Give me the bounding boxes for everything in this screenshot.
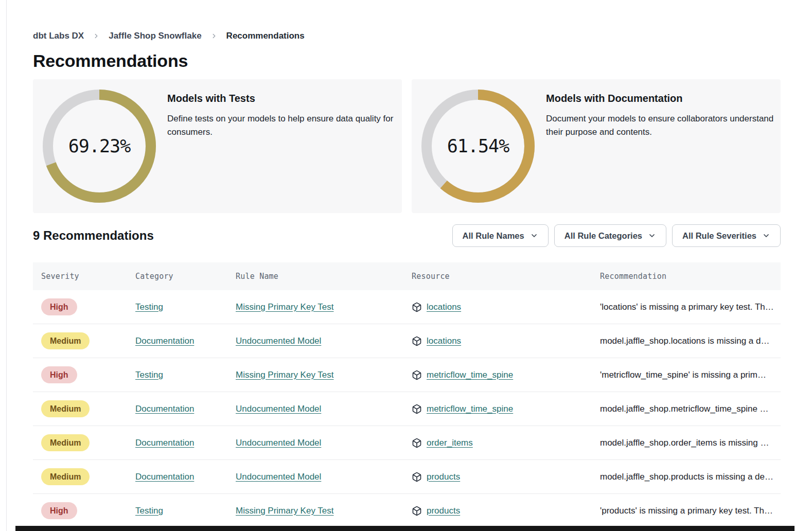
tests-card-title: Models with Tests bbox=[167, 93, 404, 104]
severity-badge: High bbox=[41, 298, 77, 315]
table-row: High Testing Missing Primary Key Test me… bbox=[33, 358, 781, 392]
column-header-rule-name: Rule Name bbox=[236, 272, 412, 281]
column-header-category: Category bbox=[135, 272, 236, 281]
recommendation-text: 'locations' is missing a primary key tes… bbox=[600, 302, 781, 312]
rule-severities-filter-label: All Rule Severities bbox=[682, 231, 756, 241]
rule-name-link[interactable]: Undocumented Model bbox=[236, 438, 321, 448]
category-link[interactable]: Testing bbox=[135, 506, 163, 516]
chevron-down-icon bbox=[530, 232, 538, 240]
horizontal-scrollbar[interactable] bbox=[15, 526, 795, 531]
resource-link[interactable]: metricflow_time_spine bbox=[427, 370, 513, 380]
documentation-percentage-value: 61.54% bbox=[421, 90, 535, 203]
category-link[interactable]: Documentation bbox=[135, 404, 194, 414]
rule-name-link[interactable]: Undocumented Model bbox=[236, 472, 321, 482]
table-row: Medium Documentation Undocumented Model … bbox=[33, 426, 781, 460]
table-row: Medium Documentation Undocumented Model … bbox=[33, 392, 781, 426]
table-row: High Testing Missing Primary Key Test pr… bbox=[33, 494, 781, 528]
resource-link[interactable]: locations bbox=[427, 302, 461, 312]
resource-link[interactable]: products bbox=[427, 472, 460, 482]
resource-link[interactable]: metricflow_time_spine bbox=[427, 404, 513, 414]
recommendations-page: dbt Labs DX Jaffle Shop Snowflake Recomm… bbox=[0, 0, 812, 531]
table-row: Medium Documentation Undocumented Model … bbox=[33, 324, 781, 358]
recommendation-text: 'metricflow_time_spine' is missing a pri… bbox=[600, 370, 781, 380]
page-title: Recommendations bbox=[33, 51, 188, 71]
severity-badge: Medium bbox=[41, 468, 90, 485]
severity-badge: Medium bbox=[41, 434, 90, 451]
column-header-resource: Resource bbox=[412, 272, 600, 281]
recommendation-text: model.jaffle_shop.products is missing a … bbox=[600, 472, 781, 482]
model-cube-icon bbox=[412, 336, 422, 346]
tests-percentage-value: 69.23% bbox=[43, 90, 156, 203]
model-cube-icon bbox=[412, 370, 422, 380]
rule-categories-filter-dropdown[interactable]: All Rule Categories bbox=[554, 224, 666, 247]
category-link[interactable]: Documentation bbox=[135, 438, 194, 448]
documentation-card-description: Document your models to ensure collabora… bbox=[546, 112, 775, 139]
rule-name-link[interactable]: Undocumented Model bbox=[236, 404, 321, 414]
model-cube-icon bbox=[412, 506, 422, 516]
models-with-tests-card: 69.23% Models with Tests Define tests on… bbox=[33, 79, 402, 213]
chevron-down-icon bbox=[648, 232, 656, 240]
list-header-bar: 9 Recommendations All Rule Names All Rul… bbox=[33, 224, 781, 247]
tests-card-text: Models with Tests Define tests on your m… bbox=[167, 93, 404, 139]
model-cube-icon bbox=[412, 438, 422, 448]
severity-badge: High bbox=[41, 366, 77, 383]
model-cube-icon bbox=[412, 302, 422, 312]
recommendations-count: 9 Recommendations bbox=[33, 228, 154, 243]
resource-link[interactable]: products bbox=[427, 506, 460, 516]
severity-badge: High bbox=[41, 502, 77, 519]
breadcrumb: dbt Labs DX Jaffle Shop Snowflake Recomm… bbox=[33, 30, 305, 42]
recommendation-text: 'products' is missing a primary key test… bbox=[600, 506, 781, 516]
rule-severities-filter-dropdown[interactable]: All Rule Severities bbox=[672, 224, 781, 247]
breadcrumb-project-link[interactable]: Jaffle Shop Snowflake bbox=[109, 31, 201, 41]
documentation-card-title: Models with Documentation bbox=[546, 93, 783, 104]
resource-link[interactable]: locations bbox=[427, 336, 461, 346]
sidebar-edge-divider bbox=[6, 0, 7, 531]
column-header-severity: Severity bbox=[41, 272, 135, 281]
chevron-right-icon bbox=[210, 32, 218, 40]
rule-name-link[interactable]: Missing Primary Key Test bbox=[236, 302, 334, 312]
models-with-documentation-card: 61.54% Models with Documentation Documen… bbox=[412, 79, 781, 213]
recommendations-table: Severity Category Rule Name Resource Rec… bbox=[33, 262, 781, 528]
rule-name-link[interactable]: Undocumented Model bbox=[236, 336, 321, 346]
resource-link[interactable]: order_items bbox=[427, 438, 473, 448]
tests-donut-chart: 69.23% bbox=[43, 90, 156, 203]
breadcrumb-account-link[interactable]: dbt Labs DX bbox=[33, 31, 84, 41]
category-link[interactable]: Documentation bbox=[135, 336, 194, 346]
rule-name-link[interactable]: Missing Primary Key Test bbox=[236, 370, 334, 380]
severity-badge: Medium bbox=[41, 332, 90, 349]
recommendation-text: model.jaffle_shop.metricflow_time_spine … bbox=[600, 404, 781, 414]
rule-categories-filter-label: All Rule Categories bbox=[564, 231, 642, 241]
tests-card-description: Define tests on your models to help ensu… bbox=[167, 112, 396, 139]
model-cube-icon bbox=[412, 472, 422, 482]
rule-names-filter-dropdown[interactable]: All Rule Names bbox=[452, 224, 549, 247]
category-link[interactable]: Testing bbox=[135, 302, 163, 312]
model-cube-icon bbox=[412, 404, 422, 414]
table-row: High Testing Missing Primary Key Test lo… bbox=[33, 290, 781, 324]
breadcrumb-current-page: Recommendations bbox=[226, 31, 305, 41]
category-link[interactable]: Documentation bbox=[135, 472, 194, 482]
documentation-card-text: Models with Documentation Document your … bbox=[546, 93, 783, 139]
table-row: Medium Documentation Undocumented Model … bbox=[33, 460, 781, 494]
column-header-recommendation: Recommendation bbox=[600, 272, 781, 281]
table-header-row: Severity Category Rule Name Resource Rec… bbox=[33, 262, 781, 290]
severity-badge: Medium bbox=[41, 400, 90, 417]
metric-cards: 69.23% Models with Tests Define tests on… bbox=[33, 79, 781, 213]
chevron-right-icon bbox=[93, 32, 100, 40]
category-link[interactable]: Testing bbox=[135, 370, 163, 380]
recommendation-text: model.jaffle_shop.order_items is missing… bbox=[600, 438, 781, 448]
recommendation-text: model.jaffle_shop.locations is missing a… bbox=[600, 336, 781, 346]
filter-bar: All Rule Names All Rule Categories All R… bbox=[452, 224, 781, 247]
rule-names-filter-label: All Rule Names bbox=[463, 231, 524, 241]
documentation-donut-chart: 61.54% bbox=[421, 90, 535, 203]
chevron-down-icon bbox=[762, 232, 770, 240]
rule-name-link[interactable]: Missing Primary Key Test bbox=[236, 506, 334, 516]
